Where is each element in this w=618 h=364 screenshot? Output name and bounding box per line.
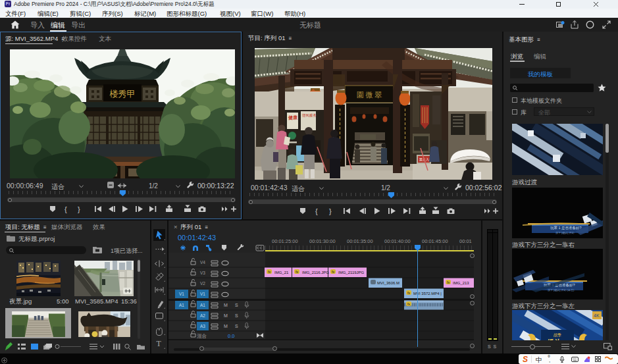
svg-text:V1: V1 (200, 292, 205, 296)
svg-text:A1: A1 (200, 303, 205, 307)
svg-text:fx: fx (407, 302, 411, 306)
svg-text:便民服务: 便民服务 (301, 113, 317, 118)
svg-text:V4: V4 (200, 260, 205, 265)
svg-text:A2: A2 (200, 313, 205, 318)
svg-text:楼秀甲: 楼秀甲 (110, 89, 136, 99)
svg-text:{: { (64, 205, 67, 213)
svg-text:{: { (315, 207, 318, 215)
svg-text:IMG_2116.JPG: IMG_2116.JPG (302, 271, 329, 274)
svg-text:健康: 健康 (288, 115, 298, 120)
svg-text:M: M (224, 313, 228, 318)
svg-text:IMG_2119JPG: IMG_2119JPG (338, 271, 365, 274)
svg-text:玩家 1 是否准备好?: 玩家 1 是否准备好? (550, 226, 582, 230)
svg-text:}: } (78, 205, 80, 213)
svg-text:A1: A1 (179, 303, 184, 307)
svg-text:IMG_21: IMG_21 (274, 271, 289, 274)
svg-text:S: S (235, 303, 238, 307)
svg-text:fx: fx (296, 270, 299, 274)
svg-text:}: } (329, 207, 332, 215)
svg-text:战季: 战季 (554, 332, 561, 338)
svg-text:M: M (224, 324, 228, 328)
svg-text:T: T (157, 339, 162, 348)
svg-text:S: S (235, 313, 238, 318)
svg-text:按下 [确认] 开始 (靠左): 按下 [确认] 开始 (靠左) (548, 288, 575, 292)
svg-text:V2: V2 (200, 281, 205, 286)
svg-text:0.0: 0.0 (228, 333, 234, 339)
svg-text:V3: V3 (200, 271, 205, 275)
svg-text:fx: fx (268, 270, 271, 274)
svg-text:M: M (224, 303, 228, 307)
svg-text:fx: fx (407, 291, 411, 295)
svg-text:按下 [确认] 开始: 按下 [确认] 开始 (555, 231, 574, 234)
svg-text:fx: fx (447, 280, 450, 284)
svg-text:A3: A3 (200, 324, 205, 328)
svg-text:fx: fx (332, 270, 335, 274)
svg-text:S: S (235, 324, 238, 328)
svg-text:園 微 翠: 園 微 翠 (357, 91, 382, 99)
svg-text:混合: 混合 (197, 333, 207, 339)
svg-text:IMG_213: IMG_213 (453, 281, 469, 285)
svg-text:MVI_3606.M: MVI_3606.M (377, 281, 399, 285)
svg-text:4K: 4K (594, 313, 600, 318)
svg-text:V1: V1 (179, 292, 184, 296)
